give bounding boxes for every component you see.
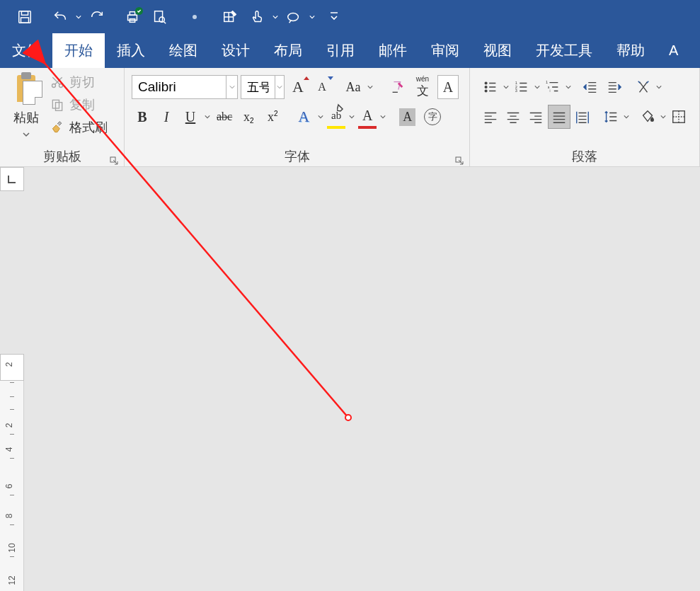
- numbering-button[interactable]: 123: [511, 75, 532, 99]
- paste-dropdown[interactable]: [23, 127, 30, 140]
- multilevel-dropdown[interactable]: [565, 84, 572, 90]
- tab-file[interactable]: 文件: [0, 33, 52, 68]
- align-right-button[interactable]: [525, 105, 546, 129]
- tab-mailings[interactable]: 邮件: [367, 33, 419, 68]
- tab-home[interactable]: 开始: [52, 33, 105, 68]
- undo-button[interactable]: [48, 5, 72, 29]
- multilevel-list-button[interactable]: 1ai: [542, 75, 563, 99]
- align-justify-button[interactable]: [548, 105, 570, 129]
- svg-point-18: [485, 90, 487, 92]
- tab-developer[interactable]: 开发工具: [524, 33, 604, 68]
- document-canvas[interactable]: [0, 167, 700, 591]
- scissors-icon: [50, 74, 65, 90]
- redo-button[interactable]: [85, 5, 109, 29]
- underline-dropdown[interactable]: [204, 114, 211, 120]
- print-preview-button[interactable]: [147, 5, 171, 29]
- paste-button[interactable]: 粘贴: [4, 72, 48, 147]
- copy-icon: [50, 97, 65, 113]
- ribbon-tabs: 文件 开始 插入 绘图 设计 布局 引用 邮件 审阅 视图 开发工具 帮助 A: [0, 33, 700, 68]
- font-size-combo[interactable]: [241, 75, 285, 99]
- shading-dropdown[interactable]: [660, 114, 667, 120]
- group-font-label: 字体: [285, 148, 310, 165]
- vertical-ruler[interactable]: 2 2 4 6 8 10 12: [0, 354, 24, 591]
- tab-layout[interactable]: 布局: [262, 33, 314, 68]
- tab-insert[interactable]: 插入: [105, 33, 157, 68]
- group-paragraph-label: 段落: [572, 148, 597, 165]
- bullets-dropdown[interactable]: [503, 84, 510, 90]
- superscript-button[interactable]: x2: [262, 105, 283, 129]
- decrease-indent-button[interactable]: [579, 75, 602, 99]
- shrink-font-button[interactable]: A: [311, 75, 333, 99]
- svg-rect-4: [130, 11, 134, 15]
- tab-references[interactable]: 引用: [314, 33, 367, 68]
- text-effects-button[interactable]: A: [293, 105, 314, 129]
- svg-text:a: a: [548, 86, 550, 89]
- line-spacing-dropdown[interactable]: [623, 114, 630, 120]
- separator-dot: [183, 5, 207, 29]
- quick-print-button[interactable]: [120, 5, 144, 29]
- clipboard-launcher[interactable]: [110, 154, 120, 163]
- svg-point-16: [485, 82, 487, 84]
- format-painter-button[interactable]: 格式刷: [50, 119, 108, 136]
- svg-text:1: 1: [546, 80, 548, 84]
- change-case-button[interactable]: Aa: [343, 75, 364, 99]
- asian-layout-button[interactable]: [633, 75, 654, 99]
- ruler-corner[interactable]: [0, 167, 24, 191]
- quick-access-toolbar: [0, 0, 700, 33]
- svg-text:i: i: [549, 89, 550, 93]
- font-name-combo[interactable]: [132, 75, 238, 99]
- align-center-button[interactable]: [503, 105, 524, 129]
- cut-label: 剪切: [69, 74, 95, 91]
- tab-extra[interactable]: A: [657, 33, 679, 68]
- shape-dropdown[interactable]: [309, 14, 316, 20]
- character-border-button[interactable]: A: [437, 75, 459, 99]
- font-name-input[interactable]: [132, 79, 226, 95]
- tab-draw[interactable]: 绘图: [157, 33, 210, 68]
- svg-rect-6: [155, 11, 163, 21]
- group-clipboard: 粘贴 剪切 复制 格式刷 剪贴板: [0, 68, 125, 166]
- draw-table-button[interactable]: [218, 5, 242, 29]
- font-color-button[interactable]: A: [358, 105, 377, 129]
- line-spacing-button[interactable]: [600, 105, 621, 129]
- tab-help[interactable]: 帮助: [604, 33, 657, 68]
- tab-view[interactable]: 视图: [471, 33, 524, 68]
- change-case-dropdown[interactable]: [367, 84, 374, 90]
- font-size-input[interactable]: [241, 80, 275, 94]
- bullets-button[interactable]: [480, 75, 501, 99]
- phonetic-guide-button[interactable]: wén 文: [411, 75, 435, 99]
- undo-dropdown[interactable]: [75, 14, 82, 20]
- save-button[interactable]: [13, 5, 37, 29]
- touch-mode-button[interactable]: [245, 5, 269, 29]
- italic-button[interactable]: I: [156, 105, 177, 129]
- font-color-dropdown[interactable]: [379, 114, 386, 120]
- subscript-button[interactable]: x2: [238, 105, 259, 129]
- align-left-button[interactable]: [480, 105, 501, 129]
- clear-formatting-button[interactable]: [386, 75, 408, 99]
- customize-qat-button[interactable]: [327, 5, 341, 29]
- enclose-characters-button[interactable]: 字: [421, 105, 444, 129]
- tab-design[interactable]: 设计: [210, 33, 262, 68]
- underline-button[interactable]: U: [180, 105, 201, 129]
- font-size-dropdown[interactable]: [275, 76, 284, 98]
- text-effects-dropdown[interactable]: [317, 114, 324, 120]
- font-name-dropdown[interactable]: [226, 76, 237, 98]
- font-launcher[interactable]: [455, 154, 465, 163]
- tab-review[interactable]: 审阅: [419, 33, 471, 68]
- copy-button[interactable]: 复制: [50, 96, 108, 113]
- touch-mode-dropdown[interactable]: [272, 14, 279, 20]
- strikethrough-button[interactable]: abc: [214, 105, 235, 129]
- numbering-dropdown[interactable]: [534, 84, 541, 90]
- shape-button[interactable]: [282, 5, 306, 29]
- bold-button[interactable]: B: [132, 105, 153, 129]
- highlight-button[interactable]: ab: [327, 105, 345, 129]
- grow-font-button[interactable]: A: [287, 75, 309, 99]
- asian-layout-dropdown[interactable]: [655, 84, 662, 90]
- cut-button[interactable]: 剪切: [50, 74, 108, 91]
- character-shading-button[interactable]: A: [396, 105, 418, 129]
- highlight-dropdown[interactable]: [348, 114, 355, 120]
- distributed-button[interactable]: [572, 105, 593, 129]
- group-paragraph: 123 1ai: [470, 68, 700, 166]
- shading-button[interactable]: [637, 105, 658, 129]
- increase-indent-button[interactable]: [603, 75, 626, 99]
- borders-button[interactable]: [668, 105, 689, 129]
